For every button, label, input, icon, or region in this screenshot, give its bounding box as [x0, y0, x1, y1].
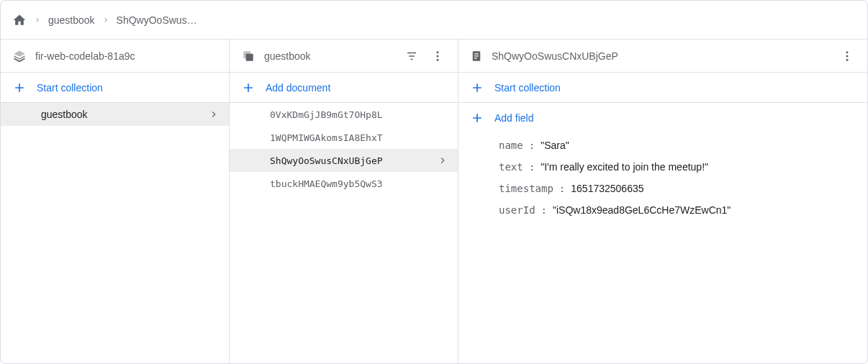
breadcrumb-item-collection[interactable]: guestbook: [48, 14, 95, 26]
document-panel: ShQwyOoSwusCNxUBjGeP Start collection Ad…: [458, 40, 867, 363]
field-colon: :: [541, 204, 547, 216]
firestore-data-viewer: guestbook ShQwyOoSwus… fir-web-codelab-8…: [0, 0, 868, 364]
document-row-id: ShQwyOoSwusCNxUBjGeP: [270, 155, 438, 166]
field-value: "iSQw18x9ead8GeL6CcHe7WzEwCn1": [553, 204, 731, 216]
document-field[interactable]: timestamp:1651732506635: [458, 178, 867, 199]
add-field-button[interactable]: Add field: [458, 103, 867, 133]
collection-row-label: guestbook: [41, 109, 209, 120]
document-id: ShQwyOoSwusCNxUBjGeP: [492, 50, 830, 62]
svg-point-8: [437, 55, 439, 57]
collection-panel-header: guestbook: [230, 40, 458, 73]
database-panel-header: fir-web-codelab-81a9c: [1, 40, 229, 73]
document-row[interactable]: ShQwyOoSwusCNxUBjGeP: [230, 149, 458, 172]
document-field[interactable]: userId:"iSQw18x9ead8GeL6CcHe7WzEwCn1": [458, 199, 867, 221]
plus-icon: [470, 111, 484, 125]
document-field[interactable]: text:"I'm really excited to join the mee…: [458, 156, 867, 178]
field-key: userId: [499, 204, 535, 216]
chevron-right-icon: [34, 17, 41, 24]
plus-icon: [470, 81, 484, 95]
breadcrumb: guestbook ShQwyOoSwus…: [1, 1, 867, 40]
svg-point-9: [437, 58, 439, 60]
svg-point-7: [437, 51, 439, 53]
documents-list: 0VxKDmGjJB9mGt7OHp8L1WQPMIWGAkomsIA8EhxT…: [230, 103, 458, 363]
home-icon[interactable]: [12, 13, 27, 27]
database-icon: [12, 49, 27, 63]
field-value: "Sara": [541, 140, 569, 151]
collection-name: guestbook: [264, 50, 394, 62]
svg-point-17: [846, 55, 849, 57]
field-value: 1651732506635: [571, 183, 643, 194]
document-panel-header: ShQwyOoSwusCNxUBjGeP: [458, 40, 867, 73]
filter-icon[interactable]: [403, 47, 420, 65]
database-panel: fir-web-codelab-81a9c Start collection g…: [1, 40, 230, 363]
field-colon: :: [559, 183, 565, 194]
field-value: "I'm really excited to join the meetup!": [541, 161, 708, 173]
collection-icon: [241, 49, 256, 63]
chevron-right-icon: [102, 17, 109, 24]
plus-icon: [12, 81, 27, 95]
breadcrumb-item-document[interactable]: ShQwyOoSwus…: [117, 14, 197, 26]
collection-panel: guestbook Add document 0VxKDmGjJB9mGt7OH…: [230, 40, 458, 363]
document-row-id: 1WQPMIWGAkomsIA8EhxT: [270, 132, 448, 143]
svg-point-16: [846, 51, 849, 53]
document-field[interactable]: name:"Sara": [458, 135, 867, 156]
start-collection-button[interactable]: Start collection: [1, 73, 229, 103]
plus-icon: [241, 81, 256, 95]
document-row[interactable]: 1WQPMIWGAkomsIA8EhxT: [230, 126, 458, 149]
chevron-right-icon: [438, 155, 448, 165]
svg-rect-13: [474, 53, 479, 54]
add-document-button[interactable]: Add document: [230, 73, 458, 103]
svg-rect-15: [474, 58, 477, 58]
document-row[interactable]: 0VxKDmGjJB9mGt7OHp8L: [230, 103, 458, 126]
svg-rect-3: [246, 53, 253, 60]
field-colon: :: [529, 161, 535, 173]
field-colon: :: [529, 140, 535, 151]
add-field-label: Add field: [494, 112, 533, 124]
document-row-id: 0VxKDmGjJB9mGt7OHp8L: [270, 109, 448, 120]
start-subcollection-button[interactable]: Start collection: [458, 73, 867, 103]
svg-point-18: [846, 58, 849, 60]
chevron-right-icon: [209, 109, 219, 119]
document-row-id: tbuckHMAEQwm9yb5QwS3: [270, 178, 448, 189]
field-key: name: [499, 140, 523, 151]
document-row[interactable]: tbuckHMAEQwm9yb5QwS3: [230, 172, 458, 195]
database-name: fir-web-codelab-81a9c: [35, 50, 217, 62]
collection-row[interactable]: guestbook: [1, 103, 229, 126]
collections-list: guestbook: [1, 103, 229, 363]
document-icon: [470, 50, 483, 63]
document-fields: name:"Sara"text:"I'm really excited to j…: [458, 133, 867, 221]
field-key: timestamp: [499, 183, 553, 194]
start-subcollection-label: Start collection: [494, 82, 561, 94]
more-vert-icon[interactable]: [838, 47, 856, 65]
start-collection-label: Start collection: [37, 82, 103, 94]
add-document-label: Add document: [266, 82, 330, 94]
svg-rect-14: [474, 55, 479, 56]
more-vert-icon[interactable]: [429, 47, 446, 65]
field-key: text: [499, 161, 523, 173]
